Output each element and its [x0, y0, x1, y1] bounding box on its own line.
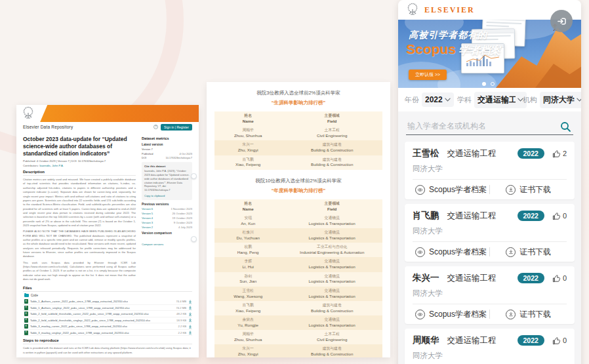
- carousel-dot-active[interactable]: [482, 82, 486, 86]
- download-file-icon[interactable]: [188, 318, 192, 322]
- dataset-sidebar: Dataset metrics Latest version Version 7…: [142, 133, 192, 283]
- filter-select[interactable]: 2022: [422, 92, 454, 107]
- folder-name: Code: [31, 294, 38, 297]
- login-enter-button[interactable]: [550, 10, 573, 32]
- search-icon[interactable]: [560, 121, 571, 132]
- banner-headline: 高被引学者都有的: [409, 30, 487, 41]
- version-link[interactable]: Version 6: [142, 207, 153, 211]
- table-row: 杜豫川 Du, Yuchuan 交通物流 Logistics & Transpo…: [214, 228, 382, 243]
- file-row[interactable]: Table_3_maxlog_singleyr_2022_pubs_since_…: [23, 330, 192, 336]
- file-row[interactable]: Table_1_Authors_career_2022_pubs_since_1…: [23, 298, 192, 305]
- doi-label: DOI: [142, 156, 146, 159]
- carousel-dot[interactable]: [491, 82, 495, 86]
- file-row[interactable]: Table_1_Authors_singleyr_2022_pubs_since…: [23, 305, 192, 312]
- certificate-download-button[interactable]: 证书下载: [490, 247, 567, 258]
- claim-now-button[interactable]: 立即认领 >>: [409, 70, 447, 80]
- table-row: 余荣杰 Yu, Rongjie 交通物流 Logistics & Transpo…: [214, 315, 382, 330]
- filter-label: 年份: [405, 95, 419, 105]
- files-heading: Files: [23, 286, 192, 292]
- download-file-icon[interactable]: [188, 325, 192, 329]
- previous-versions-heading: Previous versions: [142, 203, 192, 206]
- scholar-name: 朱兴一: [413, 272, 439, 284]
- help-icon[interactable]: ?: [153, 125, 158, 129]
- file-row[interactable]: Table_2_field_subfield_thresholds_career…: [23, 311, 192, 317]
- scholar-field: 交通运输工程: [447, 335, 497, 346]
- file-name: Table_1_Authors_career_2022_pubs_since_1…: [30, 300, 128, 303]
- scholar-list-area: 王雪松 交通运输工程 2022 2 同济大学: [398, 111, 581, 364]
- version-date: 19 October 2023: [173, 216, 193, 220]
- like-button[interactable]: 0: [552, 212, 567, 220]
- table-row: 朱兴一 Zhu, Xingyi 建筑与建造 Building & Constru…: [214, 344, 382, 357]
- file-size: 74.2 MB: [176, 306, 186, 310]
- repository-top-banner: [16, 105, 199, 122]
- excel-file-icon: [24, 312, 28, 316]
- contributors-line: Contributors: Ioannidis, John P.A.: [23, 164, 136, 167]
- doi-value: 10.17632/btchxktzyw.7: [166, 156, 192, 159]
- file-name: Table_3_maxlog_singleyr_2022_pubs_since_…: [30, 331, 129, 334]
- year-badge: 2022: [518, 335, 544, 346]
- version-link[interactable]: Version 5: [142, 212, 153, 215]
- scopus-profile-button[interactable]: Scopus学者档案: [413, 247, 489, 258]
- like-count: 0: [563, 212, 567, 220]
- eye-icon: [415, 310, 425, 319]
- thumbs-up-icon: [552, 212, 561, 220]
- scholar-name: 王雪松: [413, 148, 439, 159]
- scholar-card: 王雪松 交通运输工程 2022 2 同济大学: [405, 142, 575, 199]
- like-button[interactable]: 0: [552, 274, 567, 283]
- table-row: 安琨 An, Kun 交通物流 Logistics & Transportati…: [214, 214, 382, 228]
- feedback-widget-button[interactable]: [191, 173, 197, 179]
- elsevier-wordmark: ELSEVIER: [424, 5, 475, 15]
- compare-versions-link[interactable]: Compare versions: [142, 243, 163, 246]
- filter-select[interactable]: 交通运输工程: [474, 92, 527, 108]
- like-button[interactable]: 2: [552, 150, 567, 158]
- search-bar: [406, 118, 573, 135]
- published-date: 4 Oct 2023: [179, 152, 192, 155]
- orange-banner-shape: [16, 105, 199, 122]
- metrics-heading: Dataset metrics: [142, 136, 192, 140]
- elsevier-tree-logo: [406, 3, 419, 17]
- download-file-icon[interactable]: [188, 306, 192, 310]
- version-value: Version 7: [142, 148, 153, 151]
- certificate-download-button[interactable]: 证书下载: [490, 309, 567, 320]
- like-count: 0: [563, 336, 567, 344]
- file-row[interactable]: Table_3_maxlog_career_2022_pubs_since_17…: [23, 323, 192, 330]
- excel-file-icon: [24, 331, 28, 335]
- thumbs-up-icon: [552, 336, 561, 345]
- file-name: Table_2_field_subfield_thresholds_career…: [30, 312, 149, 315]
- version-date: 1 November 2023: [171, 207, 192, 211]
- search-input[interactable]: [406, 118, 573, 134]
- cite-title: Cite this dataset: [144, 165, 190, 168]
- file-name: Table_3_maxlog_career_2022_pubs_since_17…: [30, 325, 127, 328]
- file-name: Table_1_Authors_singleyr_2022_pubs_since…: [30, 306, 130, 310]
- scopus-profile-button[interactable]: Scopus学者档案: [413, 184, 489, 195]
- contributor-link[interactable]: Ioannidis, John P.A.: [39, 164, 64, 167]
- filter-select[interactable]: 同济大学: [540, 92, 581, 108]
- scholar-name: 肖飞鹏: [413, 210, 439, 222]
- steps-text: Code is provided with the dataset and ru…: [23, 346, 192, 354]
- code-folder-row[interactable]: Code: [24, 294, 192, 297]
- scopus-promo-banner[interactable]: 高被引学者都有的 Scopus 学者档案 立即认领 >>: [398, 20, 581, 88]
- table-header-row: 姓名 Name 主要领域 Field: [214, 111, 382, 126]
- version-row: Version 4 19 October 2023: [142, 216, 192, 220]
- file-row[interactable]: Table_2_field_subfield_thresholds_single…: [23, 317, 192, 324]
- download-file-icon[interactable]: [188, 312, 192, 316]
- version-link[interactable]: Version 4: [142, 216, 153, 220]
- copy-to-clipboard-link[interactable]: Copy to clipboard: [144, 194, 190, 197]
- repository-brand: Elsevier Data Repository: [23, 125, 73, 129]
- version-link[interactable]: Version 3: [142, 221, 153, 224]
- download-file-icon[interactable]: [188, 300, 192, 304]
- like-count: 2: [563, 150, 567, 157]
- scopus-profile-button[interactable]: Scopus学者档案: [413, 309, 489, 320]
- scholar-cards: 王雪松 交通运输工程 2022 2 同济大学: [405, 142, 575, 364]
- year-badge: 2022: [518, 148, 544, 159]
- filter-group: 学科 交通运输工程: [457, 92, 519, 108]
- version-link[interactable]: Version 2: [142, 226, 153, 229]
- signin-register-button[interactable]: Sign in | Register: [161, 124, 192, 131]
- like-button[interactable]: 0: [552, 336, 567, 345]
- feedback-widget-button[interactable]: [191, 236, 197, 242]
- published-label: Published: [142, 152, 153, 155]
- download-file-icon[interactable]: [188, 331, 192, 334]
- excel-file-icon: [24, 324, 28, 329]
- certificate-download-button[interactable]: 证书下载: [490, 184, 567, 195]
- version-row: Version 2 4 July 2023: [142, 226, 192, 229]
